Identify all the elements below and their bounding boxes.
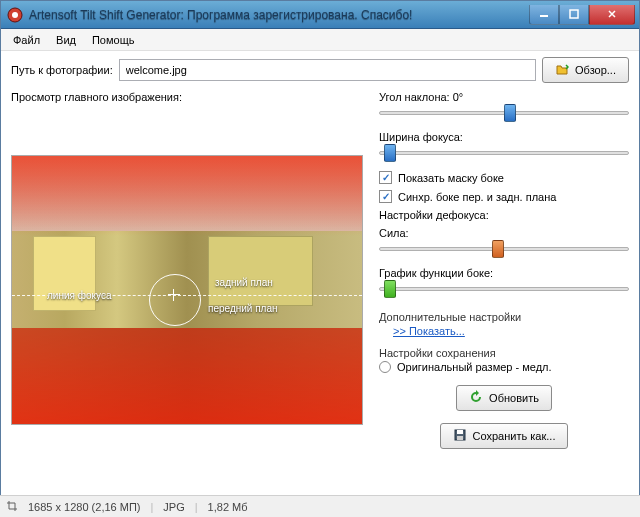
refresh-icon — [469, 390, 483, 406]
titlebar: Artensoft Tilt Shift Generator: Программ… — [1, 1, 639, 29]
sync-bokeh-checkbox[interactable]: ✓ — [379, 190, 392, 203]
save-settings-title: Настройки сохранения — [379, 347, 629, 359]
window-title: Artensoft Tilt Shift Generator: Программ… — [29, 8, 529, 22]
save-icon — [453, 428, 467, 444]
focus-width-slider[interactable] — [379, 143, 629, 163]
refresh-label: Обновить — [489, 392, 539, 404]
front-plane-label: передний план — [208, 303, 278, 314]
advanced-link[interactable]: >> Показать... — [393, 325, 465, 337]
svg-rect-5 — [457, 430, 463, 434]
status-fmt: JPG — [163, 501, 184, 513]
sync-bokeh-label: Синхр. боке пер. и задн. плана — [398, 191, 556, 203]
menu-view[interactable]: Вид — [48, 31, 84, 49]
browse-button[interactable]: Обзор... — [542, 57, 629, 83]
path-label: Путь к фотографии: — [11, 64, 113, 76]
focus-crosshair[interactable] — [168, 289, 180, 301]
statusbar: 1685 x 1280 (2,16 МП) | JPG | 1,82 Мб — [0, 495, 640, 517]
bokeh-graph-slider[interactable] — [379, 279, 629, 299]
save-as-button[interactable]: Сохранить как... — [440, 423, 569, 449]
svg-point-1 — [12, 12, 18, 18]
minimize-button[interactable] — [529, 5, 559, 25]
original-size-radio[interactable] — [379, 361, 391, 373]
app-icon — [7, 7, 23, 23]
close-button[interactable] — [589, 5, 635, 25]
menu-file[interactable]: Файл — [5, 31, 48, 49]
focus-width-label: Ширина фокуса: — [379, 131, 629, 143]
angle-label: Угол наклона: 0° — [379, 91, 629, 103]
save-as-label: Сохранить как... — [473, 430, 556, 442]
menu-help[interactable]: Помощь — [84, 31, 143, 49]
back-plane-label: задний план — [215, 277, 273, 288]
preview-label: Просмотр главного изображения: — [11, 91, 363, 103]
preview-image[interactable]: линия фокуса задний план передний план — [11, 155, 363, 425]
angle-slider[interactable] — [379, 103, 629, 123]
show-mask-checkbox[interactable]: ✓ — [379, 171, 392, 184]
advanced-title: Дополнительные настройки — [379, 311, 629, 323]
defocus-settings-label: Настройки дефокуса: — [379, 209, 629, 221]
refresh-button[interactable]: Обновить — [456, 385, 552, 411]
menubar: Файл Вид Помощь — [1, 29, 639, 51]
bokeh-graph-label: График функции боке: — [379, 267, 629, 279]
browse-icon — [555, 62, 569, 78]
show-mask-label: Показать маску боке — [398, 172, 504, 184]
path-input[interactable] — [119, 59, 536, 81]
focus-line-label: линия фокуса — [47, 290, 111, 301]
strength-slider[interactable] — [379, 239, 629, 259]
browse-label: Обзор... — [575, 64, 616, 76]
status-dims: 1685 x 1280 (2,16 МП) — [28, 501, 140, 513]
status-size: 1,82 Мб — [208, 501, 248, 513]
strength-label: Сила: — [379, 227, 629, 239]
svg-rect-6 — [457, 436, 463, 440]
svg-rect-3 — [570, 10, 578, 18]
original-size-label: Оригинальный размер - медл. — [397, 361, 552, 373]
crop-icon — [6, 500, 18, 514]
maximize-button[interactable] — [559, 5, 589, 25]
svg-rect-2 — [540, 15, 548, 17]
